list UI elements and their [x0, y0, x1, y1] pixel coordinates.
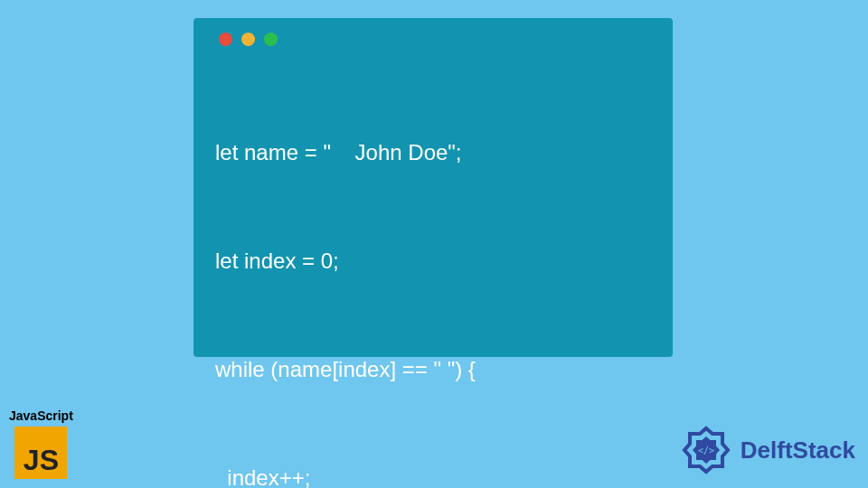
window-traffic-lights — [219, 33, 651, 46]
brand: </> DelftStack — [679, 423, 855, 477]
code-window: let name = " John Doe"; let index = 0; w… — [193, 18, 673, 357]
javascript-label: JavaScript — [9, 408, 73, 423]
close-icon — [219, 33, 232, 46]
svg-text:</>: </> — [698, 446, 714, 455]
code-line: let name = " John Doe"; — [215, 135, 651, 171]
code-line: while (name[index] == " ") { — [215, 352, 651, 388]
maximize-icon — [264, 33, 278, 46]
brand-logo-icon: </> — [679, 423, 733, 477]
minimize-icon — [241, 33, 255, 46]
code-line: let index = 0; — [215, 243, 651, 279]
javascript-badge: JavaScript JS — [9, 408, 73, 479]
code-block: let name = " John Doe"; let index = 0; w… — [215, 62, 651, 488]
javascript-logo-icon: JS — [14, 427, 67, 479]
brand-text: DelftStack — [741, 436, 855, 465]
code-line: index++; — [215, 460, 651, 488]
javascript-logo-text: JS — [24, 444, 59, 479]
